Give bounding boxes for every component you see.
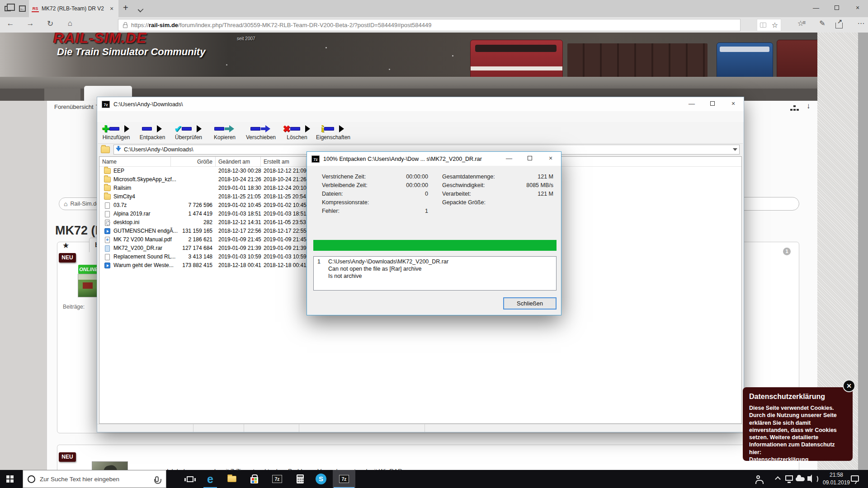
reading-view-icon[interactable] (760, 23, 766, 28)
close-button[interactable]: × (723, 97, 744, 111)
refresh-icon[interactable]: ↻ (44, 19, 56, 28)
start-button-icon[interactable] (6, 475, 14, 483)
post-card: NEU Ich habe es gerade mit 7-Zip entpack… (57, 445, 799, 470)
error-text: Is not archive (328, 273, 362, 279)
maximize-button[interactable] (702, 97, 723, 111)
file-modified: 2019-01-09 21:39 (218, 245, 261, 251)
sitemap-icon[interactable] (793, 105, 796, 107)
cookie-close-icon[interactable]: ✕ (843, 380, 855, 392)
folder-up-icon[interactable] (101, 146, 110, 153)
minimize-button[interactable]: — (499, 152, 519, 166)
toolbar-button[interactable]: Kopieren (207, 122, 243, 143)
post-number-badge[interactable]: 1 (783, 248, 791, 255)
toolbar-button[interactable]: Entpacken (134, 122, 170, 143)
chevron-up-icon[interactable] (775, 476, 781, 482)
browser-close-button[interactable]: × (847, 0, 868, 15)
volume-icon[interactable] (807, 476, 810, 481)
address-input[interactable]: https://rail-sim.de/forum/index.php/Thre… (118, 19, 741, 31)
bookmark-star-icon[interactable]: ★ (62, 241, 69, 250)
toolbar-button[interactable]: ✖ Löschen (279, 122, 315, 143)
file-name: desktop.ini (113, 219, 139, 225)
toolbar-button[interactable]: ✚ Hinzufügen (98, 122, 134, 143)
7zip-title-bar[interactable]: 7z C:\Users\Andy-\Downloads\ (97, 97, 744, 111)
browser-maximize-button[interactable] (826, 0, 847, 15)
file-type-icon (105, 254, 110, 260)
toolbar-button-label: Entpacken (134, 134, 170, 141)
minimize-button[interactable]: — (681, 97, 702, 111)
column-header-name[interactable]: Name (99, 157, 171, 167)
action-center-icon[interactable] (851, 475, 859, 482)
file-name: Railsim (113, 185, 131, 191)
breadcrumb-forenuebersicht[interactable]: Forenübersicht (54, 103, 94, 110)
annotate-pen-icon[interactable]: ✎ (816, 19, 828, 28)
7zip-menu-bar (97, 111, 744, 122)
cortana-icon (28, 475, 35, 483)
arrow-right-icon (192, 125, 203, 132)
calculator-icon[interactable] (294, 473, 306, 485)
taskbar-clock[interactable]: 21:58 09.01.2019 (818, 471, 854, 487)
minus-icon (324, 127, 334, 131)
jump-down-icon[interactable]: ↓ (807, 102, 811, 111)
microphone-icon[interactable] (155, 476, 159, 482)
file-modified: 2019-01-02 10:45 (218, 202, 261, 208)
browser-minimize-button[interactable]: — (806, 0, 826, 15)
task-view-icon[interactable] (184, 473, 196, 485)
home-icon[interactable]: ⌂ (64, 19, 76, 28)
minus-icon (182, 127, 192, 131)
microsoft-store-icon[interactable] (248, 473, 260, 485)
file-created: 2019-01-09 21:39 (264, 245, 307, 251)
combo-chevron-down-icon[interactable] (733, 148, 737, 151)
toolbar-button[interactable]: ✔ Überprüfen (170, 122, 207, 143)
maximize-button[interactable] (519, 152, 540, 166)
error-index: 1 (317, 258, 326, 265)
new-tab-button[interactable]: + (123, 3, 128, 13)
file-modified: 2018-12-17 22:56 (218, 228, 261, 234)
online-badge: ONLINE (78, 265, 99, 274)
nav-item[interactable] (44, 89, 80, 101)
column-header-modified[interactable]: Geändert am (216, 157, 261, 167)
7zip-taskbar-icon[interactable]: 7z (271, 473, 283, 485)
close-button[interactable]: × (540, 152, 561, 166)
people-icon[interactable] (756, 475, 760, 479)
new-badge: NEU (59, 452, 76, 462)
taskbar-search-input[interactable]: Zur Suche Text hier eingeben (23, 470, 166, 488)
set-tabs-aside-icon[interactable] (19, 5, 26, 12)
tab-preview-icon[interactable] (5, 6, 11, 11)
forward-icon[interactable]: → (24, 19, 36, 28)
stat-value: 8085 MB/s (501, 182, 553, 188)
toolbar-button[interactable]: Verschieben (243, 122, 279, 143)
onedrive-cloud-icon[interactable] (796, 477, 805, 481)
add-favorite-star-icon[interactable]: ☆ (772, 22, 778, 29)
tab-list-chevron-icon[interactable] (138, 7, 144, 13)
file-modified: 2018-11-25 21:05 (218, 193, 261, 200)
minus-icon (290, 127, 300, 131)
share-icon[interactable] (835, 23, 843, 28)
stat-row: Fehler: 1 (322, 208, 428, 216)
network-icon[interactable] (785, 475, 793, 481)
site-favicon: RS (32, 5, 39, 12)
toolbar-button[interactable]: i Eigenschaften (315, 122, 351, 143)
column-header-created[interactable]: Erstellt am (261, 157, 306, 167)
close-dialog-button[interactable]: Schließen (503, 297, 557, 310)
favorites-hub-icon[interactable]: ☆ (795, 19, 807, 28)
edge-taskbar-icon[interactable]: e (204, 473, 216, 485)
toolbar-icon: ✖ (279, 123, 315, 134)
privacy-link[interactable]: Datenschutzerklärung (749, 456, 808, 463)
toolbar-button-label: Überprüfen (170, 134, 207, 141)
file-explorer-icon[interactable] (226, 473, 238, 485)
tab-close-icon[interactable]: × (108, 5, 115, 12)
browser-tab[interactable]: RS MK72 (RLB-Team) DR V2 × (29, 0, 118, 17)
system-tray: 21:58 09.01.2019 (750, 470, 868, 488)
7zip-active-taskbar-icon[interactable]: 7z (333, 470, 355, 488)
7zip-toolbar: ✚ Hinzufügen Entpacken ✔ Überprüfen Kopi… (98, 122, 743, 144)
error-message-box[interactable]: 1 C:\Users\Andy-\Downloads\MK72_V200_DR.… (313, 256, 557, 291)
back-icon[interactable]: ← (5, 19, 16, 28)
skype-icon[interactable]: S (315, 473, 327, 485)
stat-value: 00:00:00 (376, 174, 428, 180)
stat-label: Verbleibende Zeit: (322, 182, 368, 188)
more-options-icon[interactable]: ⋯ (855, 19, 867, 28)
new-badge: NEU (59, 253, 76, 263)
avatar[interactable] (92, 461, 128, 470)
column-header-size[interactable]: Größe (171, 157, 216, 167)
arrow-right-icon (260, 125, 271, 132)
